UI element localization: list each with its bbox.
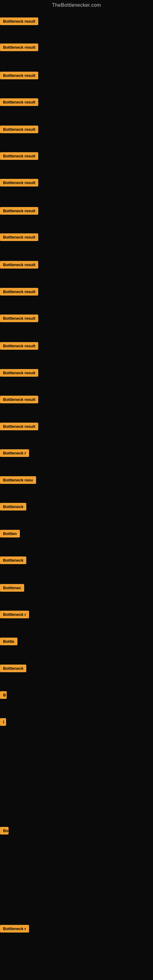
bottleneck-badge: Bottleneck result [0, 396, 38, 403]
bottleneck-badge: Bo [0, 827, 9, 835]
bottleneck-item: Bottleneck [0, 665, 26, 673]
bottleneck-badge: I [0, 718, 6, 726]
bottleneck-item: Bottleneck result [0, 423, 38, 431]
bottleneck-badge: Bottleneck result [0, 18, 38, 25]
bottleneck-badge: Bottleneck [0, 503, 26, 511]
bottleneck-badge: Bottleneck result [0, 179, 38, 186]
bottleneck-badge: Bottleneck resu [0, 476, 36, 484]
bottleneck-item: B [0, 691, 7, 700]
bottleneck-item: Bottleneck result [0, 18, 38, 26]
bottleneck-item: Bottleneck [0, 557, 26, 565]
bottleneck-badge: B [0, 691, 7, 699]
bottleneck-item: Bottleneck result [0, 126, 38, 134]
bottleneck-badge: Bottleneck result [0, 152, 38, 160]
bottleneck-item: Bottleneck result [0, 98, 38, 107]
bottleneck-badge: Bottleneck result [0, 207, 38, 215]
bottleneck-badge: Bottleneck result [0, 369, 38, 377]
bottleneck-badge: Bottleneck result [0, 288, 38, 296]
bottleneck-item: Bottle [0, 638, 18, 646]
bottleneck-item: Bottleneck r [0, 925, 29, 934]
bottleneck-item: Bottleneck result [0, 179, 38, 188]
bottleneck-badge: Bottle [0, 638, 18, 645]
bottleneck-item: Bottleneck result [0, 315, 38, 323]
bottleneck-item: Bottleneck result [0, 369, 38, 378]
bottleneck-item: Bottlen [0, 530, 20, 539]
bottleneck-item: Bottleneck result [0, 43, 38, 52]
bottleneck-item: Bottleneck result [0, 342, 38, 351]
bottleneck-badge: Bottleneck result [0, 342, 38, 350]
bottleneck-badge: Bottleneck [0, 665, 26, 672]
bottleneck-item: Bo [0, 827, 9, 836]
bottleneck-item: Bottleneck r [0, 449, 29, 458]
bottleneck-item: Bottleneck result [0, 396, 38, 404]
bottleneck-badge: Bottleneck result [0, 261, 38, 269]
bottleneck-item: Bottleneck r [0, 611, 29, 620]
bottleneck-badge: Bottleneck result [0, 315, 38, 322]
bottleneck-item: Bottleneck resu [0, 476, 36, 485]
bottleneck-badge: Bottlenec [0, 584, 24, 592]
bottleneck-item: Bottleneck [0, 503, 26, 512]
bottleneck-item: Bottleneck result [0, 233, 38, 242]
site-title: TheBottlenecker.com [0, 0, 153, 10]
bottleneck-badge: Bottleneck result [0, 98, 38, 106]
bottleneck-item: Bottleneck result [0, 72, 38, 81]
bottleneck-item: Bottleneck result [0, 207, 38, 216]
bottleneck-badge: Bottleneck r [0, 925, 29, 932]
bottleneck-item: Bottlenec [0, 584, 24, 593]
bottleneck-badge: Bottleneck result [0, 43, 38, 51]
bottleneck-item: Bottleneck result [0, 152, 38, 161]
bottleneck-badge: Bottleneck result [0, 126, 38, 133]
bottleneck-item: Bottleneck result [0, 288, 38, 297]
bottleneck-badge: Bottleneck r [0, 449, 29, 457]
bottleneck-badge: Bottlen [0, 530, 20, 538]
bottleneck-item: I [0, 718, 6, 727]
bottleneck-badge: Bottleneck r [0, 611, 29, 618]
bottleneck-badge: Bottleneck result [0, 233, 38, 241]
bottleneck-badge: Bottleneck result [0, 72, 38, 79]
bottleneck-badge: Bottleneck [0, 557, 26, 564]
bottleneck-item: Bottleneck result [0, 261, 38, 270]
bottleneck-badge: Bottleneck result [0, 423, 38, 430]
